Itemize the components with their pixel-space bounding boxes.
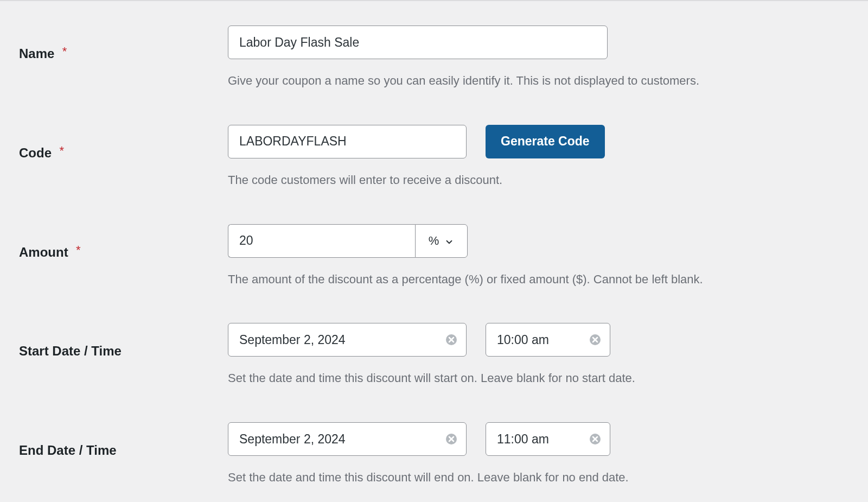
end-row: End Date / Time Set the date and time th… [19, 422, 849, 486]
start-label: Start Date / Time [19, 344, 122, 358]
start-date-input[interactable] [228, 323, 467, 357]
amount-label-col: Amount * [19, 224, 228, 260]
end-time-wrap [486, 422, 610, 456]
required-asterisk: * [76, 243, 81, 257]
amount-row: Amount * % The amount of the discount as… [19, 224, 849, 288]
clear-start-time-icon[interactable] [589, 333, 602, 346]
amount-label: Amount [19, 245, 68, 259]
name-row: Name * Give your coupon a name so you ca… [19, 26, 849, 90]
name-label: Name [19, 46, 54, 61]
name-field-col: Give your coupon a name so you can easil… [228, 26, 849, 90]
code-label-col: Code * [19, 125, 228, 161]
end-date-wrap [228, 422, 467, 456]
code-field-col: Generate Code The code customers will en… [228, 125, 849, 189]
amount-unit-value: % [429, 234, 439, 248]
end-field-col: Set the date and time this discount will… [228, 422, 849, 486]
clear-end-date-icon[interactable] [445, 433, 458, 446]
end-label: End Date / Time [19, 443, 117, 457]
amount-unit-select[interactable]: % [415, 224, 468, 258]
coupon-form: Name * Give your coupon a name so you ca… [0, 1, 868, 486]
end-date-input[interactable] [228, 422, 467, 456]
start-date-wrap [228, 323, 467, 357]
start-helper: Set the date and time this discount will… [228, 370, 849, 387]
code-helper: The code customers will enter to receive… [228, 172, 849, 189]
start-field-col: Set the date and time this discount will… [228, 323, 849, 387]
clear-start-date-icon[interactable] [445, 333, 458, 346]
code-input[interactable] [228, 125, 467, 158]
amount-field-col: % The amount of the discount as a percen… [228, 224, 849, 288]
start-time-wrap [486, 323, 610, 357]
amount-group: % [228, 224, 468, 258]
clear-end-time-icon[interactable] [589, 433, 602, 446]
code-row: Code * Generate Code The code customers … [19, 125, 849, 189]
code-label: Code [19, 145, 52, 160]
chevron-down-icon [444, 236, 454, 246]
start-label-col: Start Date / Time [19, 323, 228, 359]
required-asterisk: * [59, 144, 64, 157]
end-helper: Set the date and time this discount will… [228, 469, 849, 486]
name-helper: Give your coupon a name so you can easil… [228, 73, 849, 90]
start-row: Start Date / Time Set the date and time … [19, 323, 849, 387]
amount-helper: The amount of the discount as a percenta… [228, 271, 849, 288]
required-asterisk: * [62, 45, 67, 58]
generate-code-button[interactable]: Generate Code [486, 125, 605, 158]
amount-input[interactable] [228, 224, 415, 258]
end-label-col: End Date / Time [19, 422, 228, 458]
name-label-col: Name * [19, 26, 228, 61]
name-input[interactable] [228, 26, 608, 59]
